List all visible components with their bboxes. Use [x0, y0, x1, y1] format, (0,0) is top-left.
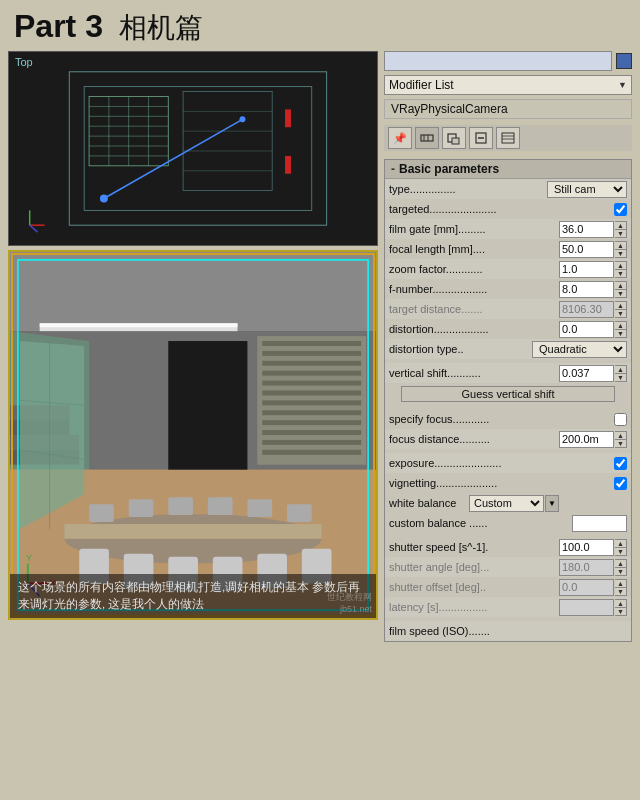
vertical-shift-input[interactable]: [559, 365, 614, 382]
param-guess-vshift: Guess vertical shift: [385, 383, 631, 405]
svg-rect-36: [262, 351, 361, 356]
param-focal-length: focal length [mm].... ▲ ▼: [385, 239, 631, 259]
part-label: Part 3: [14, 8, 103, 45]
zoom-down[interactable]: ▼: [615, 270, 626, 277]
remove-button[interactable]: [469, 127, 493, 149]
focal-length-down[interactable]: ▼: [615, 250, 626, 257]
param-type: type............... Still cam Movie cam …: [385, 179, 631, 199]
param-type-label: type...............: [389, 183, 547, 195]
param-shutter-offset-label: shutter offset [deg]..: [389, 581, 559, 593]
remove-icon: [474, 131, 488, 145]
fnumber-up[interactable]: ▲: [615, 282, 626, 290]
film-gate-input[interactable]: [559, 221, 614, 238]
focus-dist-spinner[interactable]: ▲ ▼: [615, 431, 627, 448]
shutter-offset-up[interactable]: ▲: [615, 580, 626, 588]
make-unique-button[interactable]: [442, 127, 466, 149]
target-distance-input[interactable]: [559, 301, 614, 318]
vshift-up[interactable]: ▲: [615, 366, 626, 374]
vignetting-checkbox[interactable]: [614, 477, 627, 490]
viewport-area: Top: [8, 51, 378, 642]
shutter-angle-up[interactable]: ▲: [615, 560, 626, 568]
svg-rect-22: [285, 156, 291, 174]
shutter-offset-input[interactable]: [559, 579, 614, 596]
param-focus-dist-label: focus distance..........: [389, 433, 559, 445]
focus-dist-down[interactable]: ▼: [615, 440, 626, 447]
caption-text: 这个场景的所有内容都由物理相机打造,调好相机的基本 参数后再来调灯光的参数, 这…: [18, 581, 360, 610]
section-collapse-icon[interactable]: -: [391, 162, 395, 176]
params-section: - Basic parameters type............... S…: [384, 159, 632, 642]
focus-distance-input[interactable]: [559, 431, 614, 448]
target-dist-spinner[interactable]: ▲ ▼: [615, 301, 627, 318]
guess-vshift-button[interactable]: Guess vertical shift: [401, 386, 615, 402]
targeted-checkbox[interactable]: [614, 203, 627, 216]
param-exposure: exposure......................: [385, 453, 631, 473]
zoom-spinner[interactable]: ▲ ▼: [615, 261, 627, 278]
param-shutter-angle-label: shutter angle [deg]...: [389, 561, 559, 573]
pin-button[interactable]: 📌: [388, 127, 412, 149]
zoom-factor-input[interactable]: [559, 261, 614, 278]
svg-rect-68: [287, 504, 312, 522]
distortion-spinner[interactable]: ▲ ▼: [615, 321, 627, 338]
svg-rect-46: [262, 450, 361, 455]
modifier-dropdown-arrow[interactable]: ▼: [618, 80, 627, 90]
svg-rect-37: [262, 361, 361, 366]
svg-rect-45: [262, 440, 361, 445]
shutter-offset-spinner[interactable]: ▲ ▼: [615, 579, 627, 596]
param-custom-balance-label: custom balance ......: [389, 517, 572, 529]
distortion-up[interactable]: ▲: [615, 322, 626, 330]
shutter-speed-input[interactable]: [559, 539, 614, 556]
param-latency-label: latency [s]................: [389, 601, 559, 613]
vshift-down[interactable]: ▼: [615, 374, 626, 381]
exposure-checkbox[interactable]: [614, 457, 627, 470]
svg-rect-21: [285, 109, 291, 127]
svg-rect-40: [262, 390, 361, 395]
latency-spinner[interactable]: ▲ ▼: [615, 599, 627, 616]
viewport-bottom[interactable]: X Y 这个场景的所有内容都由物理相机打造,调好相机的基本 参数后再来调灯光的参…: [8, 250, 378, 620]
focal-length-input[interactable]: [559, 241, 614, 258]
latency-up[interactable]: ▲: [615, 600, 626, 608]
shutter-angle-spinner[interactable]: ▲ ▼: [615, 559, 627, 576]
distortion-type-select[interactable]: Quadratic Cubic Lens file: [532, 341, 627, 358]
scene-svg: X Y: [10, 252, 376, 618]
shutter-angle-input[interactable]: [559, 559, 614, 576]
param-film-gate: film gate [mm]......... ▲ ▼: [385, 219, 631, 239]
distortion-input[interactable]: [559, 321, 614, 338]
focal-length-spinner[interactable]: ▲ ▼: [615, 241, 627, 258]
vshift-spinner[interactable]: ▲ ▼: [615, 365, 627, 382]
fnumber-input[interactable]: [559, 281, 614, 298]
focal-length-up[interactable]: ▲: [615, 242, 626, 250]
shutter-offset-down[interactable]: ▼: [615, 588, 626, 595]
shutter-speed-down[interactable]: ▼: [615, 548, 626, 555]
specify-focus-checkbox[interactable]: [614, 413, 627, 426]
subtitle: 相机篇: [119, 9, 203, 47]
camera-color-swatch[interactable]: [616, 53, 632, 69]
make-unique-icon: [447, 131, 461, 145]
fnumber-spinner[interactable]: ▲ ▼: [615, 281, 627, 298]
wb-dropdown-arrow[interactable]: ▼: [545, 495, 559, 512]
shutter-speed-up[interactable]: ▲: [615, 540, 626, 548]
latency-down[interactable]: ▼: [615, 608, 626, 615]
distortion-down[interactable]: ▼: [615, 330, 626, 337]
svg-rect-41: [262, 400, 361, 405]
latency-input[interactable]: [559, 599, 614, 616]
film-gate-up[interactable]: ▲: [615, 222, 626, 230]
white-balance-select[interactable]: Custom D65 D50 Daylight Cloudy Shade: [469, 495, 544, 512]
target-dist-up[interactable]: ▲: [615, 302, 626, 310]
channel-button[interactable]: [415, 127, 439, 149]
target-dist-down[interactable]: ▼: [615, 310, 626, 317]
shutter-angle-down[interactable]: ▼: [615, 568, 626, 575]
film-gate-down[interactable]: ▼: [615, 230, 626, 237]
fnumber-down[interactable]: ▼: [615, 290, 626, 297]
svg-rect-38: [262, 371, 361, 376]
param-targeted-label: targeted......................: [389, 203, 614, 215]
param-shutter-angle: shutter angle [deg]... ▲ ▼: [385, 557, 631, 577]
zoom-up[interactable]: ▲: [615, 262, 626, 270]
film-gate-spinner[interactable]: ▲ ▼: [615, 221, 627, 238]
viewport-top[interactable]: Top: [8, 51, 378, 246]
type-select[interactable]: Still cam Movie cam Video: [547, 181, 627, 198]
configure-button[interactable]: [496, 127, 520, 149]
shutter-speed-spinner[interactable]: ▲ ▼: [615, 539, 627, 556]
focus-dist-up[interactable]: ▲: [615, 432, 626, 440]
custom-balance-colorbox[interactable]: [572, 515, 627, 532]
camera-name-input[interactable]: VRayPhysicalCamera01: [384, 51, 612, 71]
